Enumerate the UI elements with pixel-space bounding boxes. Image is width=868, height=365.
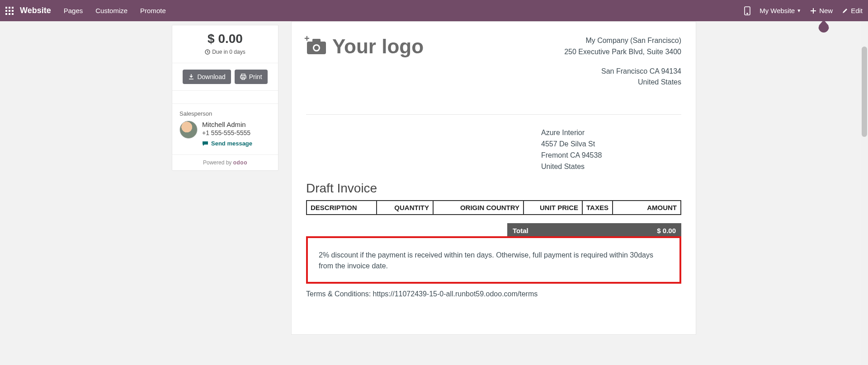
print-button[interactable]: Print [235, 70, 268, 84]
print-icon [240, 74, 246, 80]
company-citystate: San Francisco CA 94134 [564, 66, 681, 77]
download-icon [188, 74, 194, 80]
svg-rect-4 [9, 10, 10, 12]
website-switcher[interactable]: My Website ▼ [760, 7, 801, 14]
nav-customize[interactable]: Customize [95, 7, 127, 14]
svg-rect-14 [242, 78, 245, 80]
website-switcher-label: My Website [760, 7, 795, 14]
download-button[interactable]: Download [183, 70, 231, 84]
company-name: My Company (San Francisco) [564, 35, 681, 47]
customer-country: United States [541, 161, 654, 173]
due-text: Due in 0 days [212, 49, 245, 55]
plus-icon [810, 8, 816, 14]
svg-rect-6 [5, 13, 7, 15]
salesperson-phone: +1 555-555-5555 [202, 129, 252, 136]
nav-pages[interactable]: Pages [64, 7, 83, 14]
logo-placeholder[interactable]: + Your logo [306, 35, 424, 58]
terms-line: Terms & Conditions: https://11072439-15-… [306, 290, 681, 298]
brand[interactable]: Website [20, 6, 51, 15]
avatar [179, 121, 198, 139]
logo-text: Your logo [332, 35, 424, 58]
apps-grid-icon[interactable] [5, 7, 14, 15]
nav-promote[interactable]: Promote [140, 7, 166, 14]
salesperson-label: Salesperson [179, 110, 271, 117]
svg-point-10 [747, 13, 748, 14]
edit-label: Edit [851, 7, 863, 14]
topnav: Website Pages Customize Promote My Websi… [0, 0, 868, 21]
customer-citystate: Fremont CA 94538 [541, 150, 654, 161]
caret-down-icon: ▼ [797, 8, 801, 13]
svg-rect-8 [12, 13, 14, 15]
payment-terms-highlight: 2% discount if the payment is received w… [306, 236, 681, 283]
total-value: $ 0.00 [657, 227, 676, 234]
invoice-document: + Your logo My Company (San Francisco) 2… [291, 21, 696, 335]
svg-point-18 [314, 46, 319, 50]
customer-name: Azure Interior [541, 127, 654, 139]
svg-rect-3 [5, 10, 7, 12]
odoo-brand[interactable]: odoo [233, 159, 247, 166]
col-amount: AMOUNT [613, 201, 681, 215]
clock-icon [205, 49, 210, 55]
col-taxes: TAXES [582, 201, 613, 215]
download-label: Download [197, 73, 225, 80]
svg-rect-1 [9, 7, 10, 9]
customer-address: Azure Interior 4557 De Silva St Fremont … [541, 127, 681, 172]
pencil-icon [842, 8, 848, 14]
company-street: 250 Executive Park Blvd, Suite 3400 [564, 47, 681, 58]
col-description: DESCRIPTION [307, 201, 377, 215]
scrollbar-thumb[interactable] [862, 47, 867, 137]
print-label: Print [249, 73, 262, 80]
svg-rect-16 [312, 39, 321, 43]
payment-terms-note: 2% discount if the payment is received w… [319, 250, 669, 271]
send-message-label: Send message [211, 140, 252, 147]
powered-by: Powered by odoo [172, 154, 278, 170]
salesperson-name: Mitchell Admin [202, 121, 252, 128]
company-country: United States [564, 77, 681, 88]
new-button[interactable]: New [810, 7, 833, 14]
invoice-title: Draft Invoice [306, 181, 681, 196]
col-quantity: QUANTITY [377, 201, 433, 215]
line-items-table: DESCRIPTION QUANTITY ORIGIN COUNTRY UNIT… [306, 200, 681, 215]
send-message-link[interactable]: Send message [202, 140, 252, 147]
powered-by-text: Powered by [203, 159, 231, 166]
svg-rect-2 [12, 7, 14, 9]
svg-rect-0 [5, 7, 7, 9]
camera-icon: + [306, 38, 327, 55]
side-panel: $ 0.00 Due in 0 days D [172, 25, 278, 171]
svg-rect-7 [9, 13, 10, 15]
col-unit-price: UNIT PRICE [524, 201, 582, 215]
new-label: New [819, 7, 833, 14]
svg-rect-5 [12, 10, 14, 12]
edit-button[interactable]: Edit [842, 7, 863, 14]
amount-due: $ 0.00 [179, 32, 271, 46]
company-address: My Company (San Francisco) 250 Executive… [564, 35, 681, 88]
col-origin: ORIGIN COUNTRY [433, 201, 524, 215]
total-label: Total [513, 227, 528, 234]
scrollbar-track[interactable] [861, 21, 868, 365]
mobile-preview-icon[interactable] [744, 6, 750, 15]
chat-icon [202, 141, 208, 146]
customer-street: 4557 De Silva St [541, 139, 654, 150]
